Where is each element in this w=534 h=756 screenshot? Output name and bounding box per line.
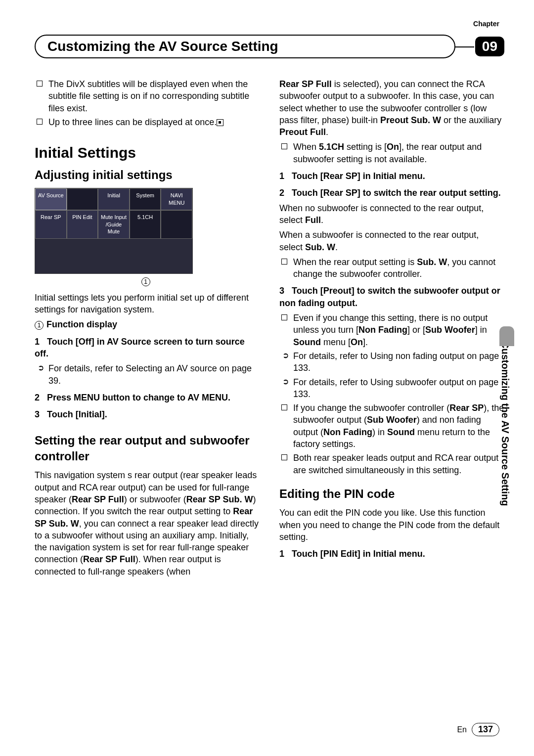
footer: En 137 <box>457 723 499 736</box>
list-item: For details, refer to Using non fading o… <box>293 350 504 374</box>
paragraph: When no subwoofer is connected to the re… <box>279 202 504 226</box>
screenshot-cell <box>161 210 192 239</box>
list-item: Even if you change this setting, there i… <box>293 312 504 348</box>
box-bullet-icon <box>37 119 43 125</box>
box-bullet-icon <box>37 81 43 87</box>
page-number: 137 <box>472 723 499 736</box>
header-bar: Customizing the AV Source Setting 09 <box>35 35 504 58</box>
screenshot-cell <box>67 188 98 210</box>
step: 3 Touch [Initial]. <box>35 408 260 420</box>
bullet-text: Up to three lines can be displayed at on… <box>48 117 217 127</box>
list-item: When the rear output setting is Sub. W, … <box>293 256 504 280</box>
circled-number-icon: 1 <box>141 277 150 286</box>
paragraph: When a subwoofer is connected to the rea… <box>279 229 504 253</box>
end-mark-icon <box>217 119 223 126</box>
subsection-heading: Adjusting initial settings <box>35 167 260 183</box>
screenshot-cell: Initial <box>98 188 130 210</box>
list-item: The DivX subtitles will be displayed eve… <box>48 78 260 114</box>
paragraph: Rear SP Full is selected), you can conne… <box>279 78 504 138</box>
header-title: Customizing the AV Source Setting <box>35 35 455 58</box>
screenshot-cell: 5.1CH <box>130 210 161 239</box>
bullet-text: The DivX subtitles will be displayed eve… <box>48 79 249 113</box>
screenshot-cell: System <box>130 188 161 210</box>
list-item: Both rear speaker leads output and RCA r… <box>293 452 504 476</box>
paragraph: You can edit the PIN code you like. Use … <box>279 507 504 543</box>
side-tab-text: Customizing the AV Source Setting <box>499 341 511 574</box>
step: 1 Touch [PIN Edit] in Initial menu. <box>279 548 504 560</box>
figure-caption: 1 <box>35 276 260 287</box>
label-text: Function display <box>46 319 117 329</box>
step: 2 Press MENU button to change to AV MENU… <box>35 392 260 403</box>
left-column: The DivX subtitles will be displayed eve… <box>35 78 260 580</box>
screenshot-cell: Rear SP <box>35 210 67 239</box>
section-heading: Initial Settings <box>35 143 260 163</box>
box-bullet-icon <box>281 259 287 265</box>
step-text: Press MENU button to change to AV MENU. <box>47 393 230 402</box>
link-text: Selecting an AV source <box>126 363 217 373</box>
list-item: For details, refer to Using subwoofer ou… <box>293 376 504 400</box>
subsection-heading: Setting the rear output and subwoofer co… <box>35 433 260 465</box>
step-text: Touch [Rear SP] in Initial menu. <box>292 171 425 181</box>
right-column: Rear SP Full is selected), you can conne… <box>279 78 504 580</box>
step-text: Touch [PIN Edit] in Initial menu. <box>292 549 425 559</box>
step-text: Touch [Off] in AV Source screen to turn … <box>35 337 245 358</box>
list-item: Up to three lines can be displayed at on… <box>48 116 260 128</box>
text: For details, refer to <box>48 363 126 373</box>
step: 1 Touch [Off] in AV Source screen to tur… <box>35 336 260 360</box>
step: 1 Touch [Rear SP] in Initial menu. <box>279 170 504 182</box>
screenshot-cell: NAVI MENU <box>161 188 192 210</box>
step-text: Touch [Initial]. <box>47 409 107 419</box>
step-text: Touch [Preout] to switch the subwoofer o… <box>279 286 500 308</box>
footer-language: En <box>457 725 467 734</box>
box-bullet-icon <box>281 454 287 460</box>
chapter-number-badge: 09 <box>475 37 504 56</box>
paragraph: Initial settings lets you perform initia… <box>35 292 260 316</box>
subsection-heading: Editing the PIN code <box>279 486 504 502</box>
step: 2 Touch [Rear SP] to switch the rear out… <box>279 187 504 199</box>
list-item: For details, refer to Selecting an AV so… <box>48 362 260 387</box>
list-item: If you change the subwoofer controller (… <box>293 402 504 450</box>
step: 3 Touch [Preout] to switch the subwoofer… <box>279 285 504 309</box>
screenshot-cell: PIN Edit <box>67 210 98 239</box>
function-display-label: 1Function display <box>35 318 260 330</box>
list-item: When 5.1CH setting is [On], the rear out… <box>293 141 504 165</box>
chapter-label: Chapter <box>473 20 499 28</box>
step-text: Touch [Rear SP] to switch the rear outpu… <box>292 188 501 198</box>
box-bullet-icon <box>281 143 287 149</box>
box-bullet-icon <box>281 314 287 320</box>
side-tab: Customizing the AV Source Setting <box>499 341 514 574</box>
paragraph: This navigation system s rear output (re… <box>35 469 260 578</box>
initial-menu-screenshot: AV Source Initial System NAVI MENU Rear … <box>35 188 193 274</box>
box-bullet-icon <box>281 404 287 410</box>
circled-number-icon: 1 <box>35 321 44 330</box>
screenshot-cell: Mute Input /Guide Mute <box>98 210 130 239</box>
screenshot-cell: AV Source <box>35 188 67 210</box>
